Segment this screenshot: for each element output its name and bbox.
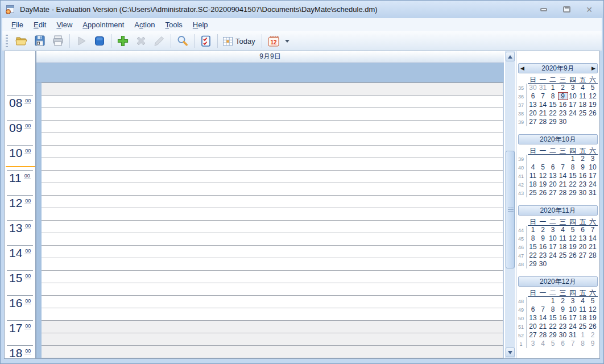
time-slot-row[interactable] [36, 195, 503, 208]
time-slot-row[interactable] [36, 120, 503, 133]
time-slot-row[interactable] [36, 107, 503, 120]
menu-view[interactable]: View [51, 19, 77, 30]
toolbar-grip[interactable] [6, 35, 8, 47]
day-cell[interactable]: 21 [558, 180, 568, 188]
day-cell[interactable]: 13 [528, 101, 538, 109]
day-cell-selected[interactable]: 9 [558, 92, 568, 100]
day-cell[interactable]: 23 [558, 109, 568, 117]
day-cell[interactable]: 2 [588, 331, 598, 339]
day-cell[interactable]: 30 [538, 260, 548, 268]
time-slot-row[interactable] [36, 233, 503, 245]
day-cell[interactable]: 2 [578, 155, 588, 163]
time-slot-row[interactable] [36, 258, 503, 270]
menu-edit[interactable]: Edit [28, 19, 51, 30]
day-cell[interactable]: 1 [568, 155, 578, 163]
menu-tools[interactable]: Tools [160, 19, 187, 30]
day-cell[interactable]: 19 [568, 243, 578, 251]
day-cell[interactable]: 26 [538, 189, 548, 197]
day-cell[interactable]: 7 [538, 92, 548, 100]
day-cell[interactable]: 27 [548, 189, 558, 197]
day-cell[interactable]: 24 [548, 251, 558, 259]
menu-help[interactable]: Help [188, 19, 213, 30]
day-cell[interactable]: 16 [538, 243, 548, 251]
day-cell[interactable]: 31 [538, 84, 548, 92]
day-cell[interactable]: 19 [538, 180, 548, 188]
time-slot-row[interactable] [36, 283, 503, 295]
day-cell[interactable]: 19 [588, 314, 598, 322]
time-slot-row[interactable] [36, 270, 503, 283]
day-cell[interactable]: 20 [578, 243, 588, 251]
day-cell[interactable]: 6 [578, 226, 588, 234]
day-cell[interactable]: 15 [568, 172, 578, 180]
time-slot-row[interactable] [36, 82, 503, 95]
time-slot-row[interactable] [36, 145, 503, 158]
checklist-button[interactable] [197, 33, 214, 49]
next-month-button[interactable]: ▶ [591, 65, 595, 71]
day-cell[interactable]: 8 [528, 234, 538, 242]
day-cell[interactable]: 20 [528, 322, 538, 330]
day-cell[interactable]: 17 [568, 101, 578, 109]
day-cell[interactable]: 16 [558, 101, 568, 109]
day-cell[interactable]: 25 [578, 109, 588, 117]
day-cell[interactable]: 14 [538, 314, 548, 322]
day-cell[interactable]: 13 [578, 234, 588, 242]
day-cell[interactable]: 20 [548, 180, 558, 188]
time-slot-row[interactable] [36, 333, 503, 345]
edit-button[interactable] [151, 33, 168, 49]
day-cell[interactable]: 11 [558, 234, 568, 242]
day-cell[interactable]: 13 [528, 314, 538, 322]
day-cell[interactable]: 2 [558, 297, 568, 305]
time-slot-row[interactable] [36, 170, 503, 183]
day-cell[interactable]: 25 [558, 251, 568, 259]
scroll-up-button[interactable] [506, 52, 515, 61]
day-cell[interactable]: 14 [588, 234, 598, 242]
scroll-down-button[interactable] [506, 348, 515, 357]
day-cell[interactable]: 10 [548, 234, 558, 242]
menu-action[interactable]: Action [129, 19, 160, 30]
day-cell[interactable]: 6 [528, 305, 538, 313]
day-cell[interactable]: 1 [578, 331, 588, 339]
time-slot-row[interactable] [36, 95, 503, 107]
day-cell[interactable]: 7 [588, 226, 598, 234]
day-cell[interactable]: 12 [588, 305, 598, 313]
day-cell[interactable]: 28 [588, 251, 598, 259]
day-cell[interactable]: 1 [548, 84, 558, 92]
day-cell[interactable]: 24 [588, 180, 598, 188]
day-cell[interactable]: 5 [568, 226, 578, 234]
day-cell[interactable]: 27 [528, 118, 538, 126]
date-picker-button[interactable]: 12 [265, 33, 282, 49]
day-cell[interactable]: 11 [578, 305, 588, 313]
day-cell[interactable]: 10 [568, 305, 578, 313]
day-cell[interactable]: 17 [568, 314, 578, 322]
day-cell[interactable]: 7 [558, 163, 568, 171]
day-cell[interactable]: 4 [558, 226, 568, 234]
day-cell[interactable]: 4 [538, 340, 548, 348]
day-cell[interactable]: 13 [548, 172, 558, 180]
scrollbar-thumb[interactable] [506, 151, 515, 268]
day-cell[interactable]: 16 [578, 172, 588, 180]
day-cell[interactable]: 5 [588, 84, 598, 92]
day-cell[interactable]: 16 [558, 314, 568, 322]
day-cell[interactable]: 27 [578, 251, 588, 259]
today-button[interactable]: Today [221, 33, 259, 49]
time-slot-row[interactable] [36, 208, 503, 220]
day-cell[interactable]: 22 [548, 322, 558, 330]
time-slot-row[interactable] [36, 133, 503, 145]
day-cell[interactable]: 5 [538, 163, 548, 171]
day-cell[interactable]: 22 [568, 180, 578, 188]
day-cell[interactable]: 29 [568, 189, 578, 197]
day-cell[interactable]: 18 [578, 314, 588, 322]
day-cell[interactable]: 15 [528, 243, 538, 251]
open-button[interactable] [13, 33, 30, 49]
day-cell[interactable]: 30 [578, 189, 588, 197]
day-cell[interactable]: 3 [528, 340, 538, 348]
day-cell[interactable]: 28 [558, 189, 568, 197]
day-cell[interactable]: 21 [538, 109, 548, 117]
day-cell[interactable]: 11 [578, 92, 588, 100]
day-cell[interactable]: 8 [548, 305, 558, 313]
day-cell[interactable]: 21 [588, 243, 598, 251]
day-cell[interactable]: 18 [528, 180, 538, 188]
day-cell[interactable]: 6 [548, 163, 558, 171]
date-picker-dropdown-icon[interactable] [285, 40, 289, 43]
day-cell[interactable]: 23 [558, 322, 568, 330]
